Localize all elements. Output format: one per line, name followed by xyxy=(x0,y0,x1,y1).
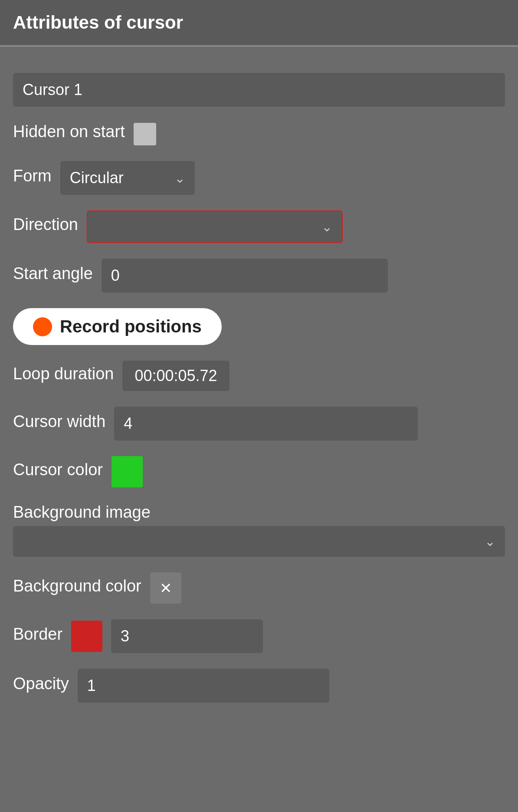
form-dropdown-chevron: ⌄ xyxy=(174,171,185,186)
panel-title: Attributes of cursor xyxy=(13,12,183,33)
form-dropdown-value: Circular xyxy=(70,169,124,187)
background-image-dropdown[interactable]: ⌄ xyxy=(13,526,505,557)
record-positions-button[interactable]: Record positions xyxy=(13,308,222,345)
background-color-x-icon: ✕ xyxy=(160,579,172,597)
hidden-on-start-field: Hidden on start xyxy=(13,122,505,145)
hidden-on-start-checkbox[interactable] xyxy=(134,123,156,145)
direction-field: Direction ⌄ xyxy=(13,210,505,243)
background-image-field: Background image ⌄ xyxy=(13,503,505,557)
cursor-width-label: Cursor width xyxy=(13,412,105,431)
cursor-name-input[interactable] xyxy=(13,73,505,107)
record-positions-label: Record positions xyxy=(60,317,202,336)
attributes-panel: Attributes of cursor Hidden on start For… xyxy=(0,0,518,731)
loop-duration-label: Loop duration xyxy=(13,365,114,383)
form-dropdown[interactable]: Circular ⌄ xyxy=(60,161,195,195)
direction-dropdown-chevron: ⌄ xyxy=(321,219,332,234)
direction-label: Direction xyxy=(13,215,78,234)
loop-duration-field: Loop duration 00:00:05.72 xyxy=(13,361,505,391)
cursor-width-input[interactable] xyxy=(114,407,418,441)
opacity-input[interactable] xyxy=(78,669,329,703)
background-color-field: Background color ✕ xyxy=(13,572,505,604)
border-value-input[interactable] xyxy=(111,619,263,653)
background-color-swatch[interactable]: ✕ xyxy=(150,572,181,604)
record-dot-icon xyxy=(33,317,52,336)
start-angle-input[interactable] xyxy=(102,259,388,293)
hidden-on-start-label: Hidden on start xyxy=(13,122,125,141)
start-angle-field: Start angle xyxy=(13,259,505,293)
border-field: Border xyxy=(13,619,505,653)
header-divider xyxy=(0,46,518,47)
opacity-label: Opacity xyxy=(13,674,69,693)
border-label: Border xyxy=(13,625,62,644)
start-angle-label: Start angle xyxy=(13,264,93,283)
loop-duration-value: 00:00:05.72 xyxy=(122,361,229,391)
cursor-width-field: Cursor width xyxy=(13,407,505,441)
form-field: Form Circular ⌄ xyxy=(13,161,505,195)
cursor-name-field xyxy=(13,73,505,107)
form-label: Form xyxy=(13,167,52,185)
cursor-color-label: Cursor color xyxy=(13,460,103,479)
panel-header: Attributes of cursor xyxy=(0,0,518,46)
background-color-label: Background color xyxy=(13,577,141,595)
record-positions-field: Record positions xyxy=(13,308,505,345)
opacity-field: Opacity xyxy=(13,669,505,703)
cursor-color-field: Cursor color xyxy=(13,456,505,487)
border-color-swatch[interactable] xyxy=(71,621,102,652)
direction-dropdown[interactable]: ⌄ xyxy=(87,210,343,243)
cursor-color-swatch[interactable] xyxy=(111,456,143,487)
background-image-chevron: ⌄ xyxy=(485,534,495,549)
panel-body: Hidden on start Form Circular ⌄ Directio… xyxy=(0,60,518,731)
background-image-label: Background image xyxy=(13,503,151,521)
